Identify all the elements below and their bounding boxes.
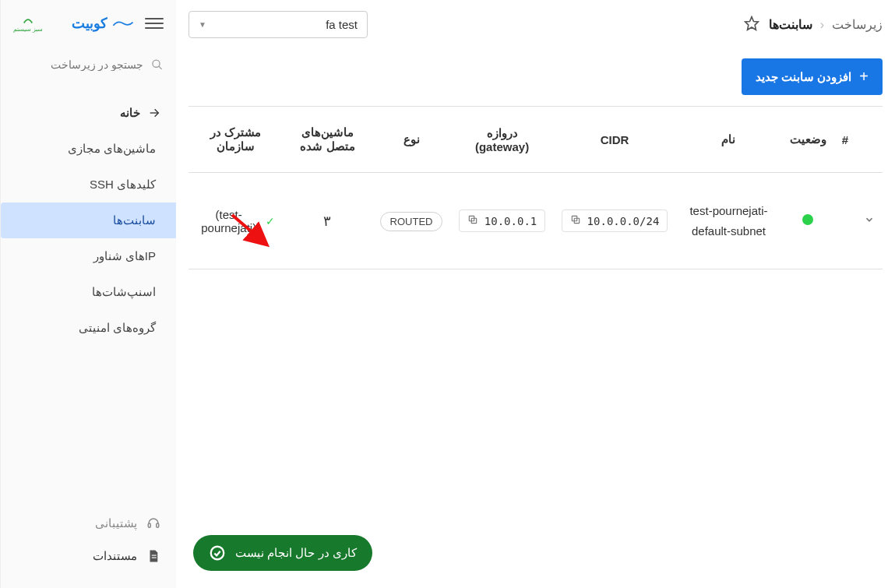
cell-type: ROUTED [372, 173, 451, 269]
sidebar-support[interactable]: پشتیبانی [1, 507, 176, 540]
sidebar-item-vms[interactable]: ماشین‌های مجازی [1, 131, 176, 167]
top-bar: زیرساخت ‹ سابنت‌ها fa test ▼ [176, 11, 895, 48]
cidr-value: 10.0.0.0/24 [587, 215, 660, 227]
svg-rect-12 [157, 523, 159, 527]
caret-down-icon: ▼ [199, 20, 206, 29]
star-icon[interactable] [744, 16, 759, 34]
hamburger-menu-icon[interactable] [145, 14, 164, 33]
table-row[interactable]: test-pournejati-default-subnet 10.0.0.0/… [189, 173, 883, 269]
organization-select[interactable]: fa test ▼ [189, 11, 368, 38]
organization-select-value: fa test [326, 18, 358, 31]
document-icon [146, 549, 160, 563]
chevron-left-icon: ‹ [820, 18, 824, 32]
col-name: نام [675, 107, 781, 173]
sidebar-item-floating-ips[interactable]: IPهای شناور [1, 238, 176, 274]
arrow-right-icon [148, 107, 160, 119]
breadcrumb-root[interactable]: زیرساخت [832, 17, 883, 32]
col-status: وضعیت [782, 107, 834, 173]
status-dot-active [802, 214, 813, 225]
svg-rect-13 [152, 555, 157, 556]
task-status-text: کاری در حال انجام نیست [235, 546, 357, 560]
svg-point-7 [211, 547, 224, 560]
svg-line-9 [159, 66, 162, 69]
check-circle-icon [209, 544, 226, 562]
svg-rect-14 [152, 558, 157, 558]
cell-machines: ۳ [283, 173, 372, 269]
col-cidr: CIDR [554, 107, 676, 173]
sidebar-header: کوبیت سبز سیستم [1, 8, 176, 45]
sidebar: کوبیت سبز سیستم خانه ماشین‌های مجازی کلی… [0, 0, 176, 588]
copy-icon[interactable] [570, 214, 581, 227]
cell-cidr: 10.0.0.0/24 [554, 173, 676, 269]
cell-status [782, 173, 834, 269]
col-idx: # [834, 107, 856, 173]
check-icon: ✓ [266, 215, 275, 227]
table-header-row: # وضعیت نام CIDR دروازه (gateway) نوع ما… [189, 107, 883, 173]
headset-icon [146, 516, 160, 530]
wave-icon [112, 17, 134, 30]
sidebar-home[interactable]: خانه [1, 95, 176, 131]
expand-row-chevron[interactable] [864, 214, 875, 227]
plus-icon: + [859, 68, 869, 86]
svg-marker-0 [745, 16, 758, 30]
cell-idx [834, 173, 856, 269]
task-status-badge[interactable]: کاری در حال انجام نیست [193, 535, 372, 571]
sidebar-item-snapshots[interactable]: اسنپ‌شات‌ها [1, 274, 176, 310]
cell-shared: (test-pournejati) ✓ [189, 173, 283, 269]
brand-logo[interactable]: کوبیت [72, 15, 134, 32]
add-subnet-button[interactable]: + افزودن سابنت جدید [742, 58, 883, 95]
svg-rect-11 [148, 523, 150, 527]
main-content: زیرساخت ‹ سابنت‌ها fa test ▼ + افزودن سا… [176, 0, 895, 588]
sidebar-docs[interactable]: مستندات [1, 540, 176, 572]
svg-point-8 [153, 60, 160, 67]
partner-logo: سبز سیستم [13, 15, 43, 33]
col-expand [856, 107, 883, 173]
type-badge: ROUTED [380, 212, 443, 231]
cell-gateway: 10.0.0.1 [450, 173, 553, 269]
cell-name: test-pournejati-default-subnet [675, 173, 781, 269]
add-subnet-label: افزودن سابنت جدید [756, 70, 851, 84]
search-box[interactable] [1, 50, 176, 79]
col-type: نوع [372, 107, 451, 173]
gateway-value: 10.0.0.1 [484, 215, 537, 227]
col-shared: مشترک در سازمان [189, 107, 283, 173]
col-machines: ماشین‌های متصل شده [283, 107, 372, 173]
search-input[interactable] [13, 58, 143, 71]
subnets-table: # وضعیت نام CIDR دروازه (gateway) نوع ما… [176, 106, 895, 269]
breadcrumb-current: سابنت‌ها [769, 17, 812, 32]
breadcrumb: زیرساخت ‹ سابنت‌ها [769, 17, 883, 32]
search-icon [151, 58, 164, 72]
sidebar-item-subnets[interactable]: سابنت‌ها [1, 202, 176, 238]
col-gateway: دروازه (gateway) [450, 107, 553, 173]
sidebar-item-ssh-keys[interactable]: کلیدهای SSH [1, 167, 176, 202]
sidebar-item-security-groups[interactable]: گروه‌های امنیتی [1, 310, 176, 346]
copy-icon[interactable] [467, 214, 478, 227]
